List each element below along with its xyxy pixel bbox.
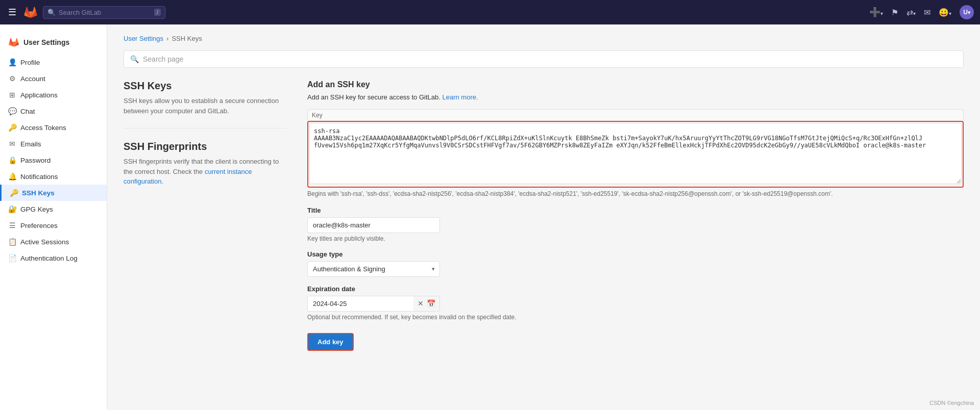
- search-page-icon: 🔍: [130, 55, 139, 63]
- access-tokens-icon: 🔑: [8, 123, 16, 132]
- watermark: CSDN ©engchina: [929, 400, 974, 406]
- title-note: Key titles are publicly visible.: [307, 235, 964, 242]
- ssh-fingerprints-info: SSH Fingerprints SSH fingerprints verify…: [124, 141, 287, 187]
- breadcrumb: User Settings › SSH Keys: [124, 35, 964, 42]
- gpg-keys-icon: 🔐: [8, 205, 16, 213]
- expiration-label: Expiration date: [307, 285, 964, 293]
- gitlab-small-logo: [8, 37, 19, 48]
- sidebar-item-label: Profile: [20, 59, 40, 66]
- fingerprints-desc: SSH fingerprints verify that the client …: [124, 157, 287, 187]
- navbar: ☰ 🔍 / ➕▾ ⚑ ⇄▾ ✉ 😀▾ U▾: [0, 0, 980, 24]
- navbar-search-box[interactable]: 🔍 /: [43, 6, 165, 19]
- merge-requests-icon[interactable]: ⇄▾: [906, 8, 916, 17]
- sidebar-item-label: Authentication Log: [20, 254, 78, 262]
- key-form-group: Key ssh-rsa AAAAB3NzaC1yc2EAAAADAQABAABA…: [307, 109, 964, 198]
- profile-icon: 👤: [8, 58, 16, 66]
- sidebar-item-label: Active Sessions: [20, 238, 69, 246]
- sidebar-title: User Settings: [0, 33, 107, 54]
- sidebar-item-label: Access Tokens: [20, 124, 66, 132]
- add-ssh-desc: Add an SSH key for secure access to GitL…: [307, 93, 964, 101]
- search-icon: 🔍: [47, 9, 56, 16]
- main-content: User Settings › SSH Keys 🔍 SSH Keys SSH …: [107, 24, 980, 410]
- navbar-left: ☰ 🔍 /: [6, 5, 165, 20]
- hamburger-icon[interactable]: ☰: [6, 5, 18, 20]
- sidebar-item-auth-log[interactable]: 📄 Authentication Log: [0, 250, 107, 266]
- left-column: SSH Keys SSH keys allow you to establish…: [124, 80, 287, 351]
- sidebar-item-chat[interactable]: 💬 Chat: [0, 103, 107, 119]
- password-icon: 🔒: [8, 156, 16, 164]
- sidebar-item-profile[interactable]: 👤 Profile: [0, 54, 107, 70]
- right-column: Add an SSH key Add an SSH key for secure…: [307, 80, 964, 351]
- navbar-search-input[interactable]: [59, 9, 151, 16]
- learn-more-link[interactable]: Learn more.: [442, 93, 478, 101]
- activity-icon[interactable]: 😀▾: [939, 8, 951, 17]
- sidebar-item-label: Preferences: [20, 222, 58, 229]
- expiration-hint: Optional but recommended. If set, key be…: [307, 314, 964, 321]
- usage-type-select-wrapper: Authentication & Signing Authentication …: [307, 261, 440, 277]
- create-icon[interactable]: ➕▾: [869, 7, 883, 18]
- date-icons: ✕ 📅: [413, 299, 439, 308]
- usage-type-select[interactable]: Authentication & Signing Authentication …: [307, 261, 440, 277]
- breadcrumb-separator: ›: [166, 35, 168, 42]
- sidebar-item-preferences[interactable]: ☰ Preferences: [0, 217, 107, 234]
- sidebar-item-label: Account: [20, 75, 45, 83]
- search-page-input[interactable]: [143, 55, 957, 63]
- key-textarea-wrapper: ssh-rsa AAAAB3NzaC1yc2EAAAADAQABAABAQDKt…: [307, 121, 964, 188]
- sidebar-item-label: Password: [20, 157, 51, 164]
- expiration-form-group: Expiration date ✕ 📅 Optional but recomme…: [307, 285, 964, 321]
- auth-log-icon: 📄: [8, 254, 16, 262]
- app-layout: User Settings 👤 Profile ⚙ Account ⊞ Appl…: [0, 24, 980, 410]
- clear-date-icon[interactable]: ✕: [418, 299, 424, 308]
- gitlab-logo: [23, 5, 38, 19]
- expiration-date-input[interactable]: [308, 296, 413, 311]
- sidebar-item-label: GPG Keys: [20, 206, 53, 213]
- sidebar-item-gpg-keys[interactable]: 🔐 GPG Keys: [0, 201, 107, 217]
- emails-icon: ✉: [8, 140, 16, 148]
- sidebar-item-password[interactable]: 🔒 Password: [0, 152, 107, 168]
- sidebar-item-label: Applications: [20, 91, 58, 99]
- date-input-wrapper: ✕ 📅: [307, 296, 440, 312]
- key-hint: Begins with 'ssh-rsa', 'ssh-dss', 'ecdsa…: [307, 190, 964, 198]
- todos-icon[interactable]: ✉: [924, 8, 930, 17]
- navbar-right: ➕▾ ⚑ ⇄▾ ✉ 😀▾ U▾: [869, 5, 974, 19]
- add-key-button[interactable]: Add key: [307, 333, 354, 351]
- title-input[interactable]: [307, 217, 440, 233]
- avatar[interactable]: U▾: [960, 5, 974, 19]
- key-textarea[interactable]: ssh-rsa AAAAB3NzaC1yc2EAAAADAQABAABAQDKt…: [309, 123, 962, 184]
- sidebar-item-emails[interactable]: ✉ Emails: [0, 136, 107, 152]
- fingerprints-title: SSH Fingerprints: [124, 141, 287, 152]
- account-icon: ⚙: [8, 74, 16, 83]
- sidebar-item-label: SSH Keys: [22, 189, 55, 197]
- two-col-layout: SSH Keys SSH keys allow you to establish…: [124, 80, 964, 351]
- sidebar-item-label: Emails: [20, 140, 41, 148]
- sidebar-item-ssh-keys[interactable]: 🔑 SSH Keys: [0, 185, 107, 201]
- active-sessions-icon: 📋: [8, 238, 16, 246]
- section-divider: [124, 128, 287, 129]
- sidebar-item-access-tokens[interactable]: 🔑 Access Tokens: [0, 119, 107, 136]
- sidebar-item-label: Chat: [20, 108, 35, 115]
- preferences-icon: ☰: [8, 221, 16, 229]
- applications-icon: ⊞: [8, 91, 16, 99]
- sidebar-item-notifications[interactable]: 🔔 Notifications: [0, 168, 107, 185]
- issues-icon[interactable]: ⚑: [891, 8, 898, 17]
- sidebar-item-applications[interactable]: ⊞ Applications: [0, 87, 107, 103]
- sidebar-title-text: User Settings: [23, 38, 69, 46]
- chat-icon: 💬: [8, 107, 16, 115]
- key-field-label: Key: [307, 109, 964, 121]
- title-form-group: Title Key titles are publicly visible.: [307, 207, 964, 242]
- breadcrumb-parent[interactable]: User Settings: [124, 35, 163, 42]
- sidebar-item-label: Notifications: [20, 173, 58, 181]
- notifications-icon: 🔔: [8, 172, 16, 181]
- ssh-keys-info: SSH Keys SSH keys allow you to establish…: [124, 80, 287, 116]
- sidebar-item-account[interactable]: ⚙ Account: [0, 70, 107, 87]
- ssh-keys-icon: 🔑: [10, 189, 18, 197]
- search-page-box[interactable]: 🔍: [124, 50, 964, 68]
- calendar-icon[interactable]: 📅: [427, 299, 435, 308]
- sidebar-item-active-sessions[interactable]: 📋 Active Sessions: [0, 234, 107, 250]
- sidebar: User Settings 👤 Profile ⚙ Account ⊞ Appl…: [0, 24, 107, 410]
- usage-type-label: Usage type: [307, 250, 964, 258]
- slash-badge: /: [154, 9, 161, 16]
- add-ssh-title: Add an SSH key: [307, 80, 964, 89]
- usage-type-form-group: Usage type Authentication & Signing Auth…: [307, 250, 964, 277]
- title-label: Title: [307, 207, 964, 214]
